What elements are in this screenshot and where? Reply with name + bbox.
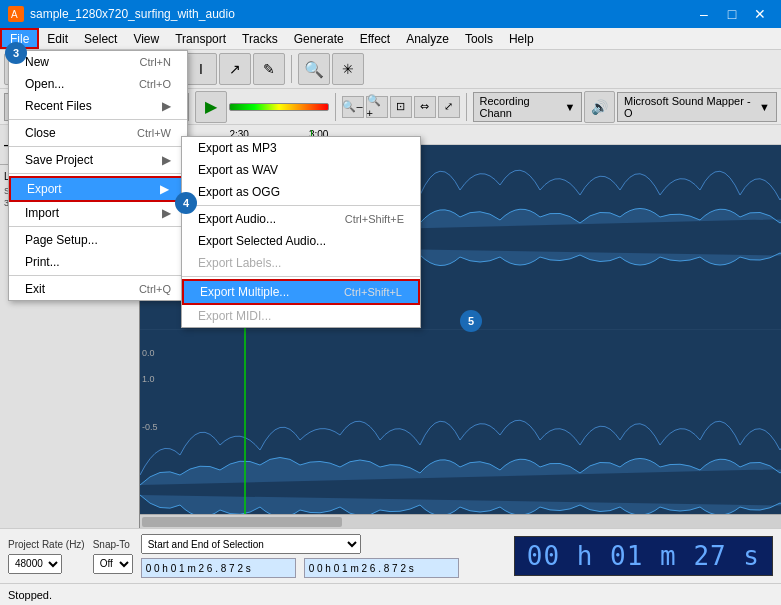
file-menu-dropdown: New Ctrl+N Open... Ctrl+O Recent Files ▶…: [8, 50, 188, 301]
output-device-label: Microsoft Sound Mapper - O: [624, 95, 755, 119]
menu-sep-3: [9, 173, 187, 174]
menu-edit[interactable]: Edit: [39, 28, 76, 49]
menu-item-open[interactable]: Open... Ctrl+O: [9, 73, 187, 95]
submenu-export-selected[interactable]: Export Selected Audio...: [182, 230, 420, 252]
play-green-button[interactable]: ▶: [195, 91, 227, 123]
menu-open-label: Open...: [25, 77, 64, 91]
zoom-in-tool[interactable]: 🔍: [298, 53, 330, 85]
snap-to-select[interactable]: Off On: [93, 554, 133, 574]
status-bar: Stopped.: [0, 583, 781, 605]
selection-start-input[interactable]: [141, 558, 296, 578]
project-rate-select[interactable]: 48000 44100 22050: [8, 554, 62, 574]
horizontal-scrollbar[interactable]: [140, 514, 781, 528]
minimize-button[interactable]: –: [691, 4, 717, 24]
submenu-export-audio[interactable]: Export Audio... Ctrl+Shift+E: [182, 208, 420, 230]
recording-channel-label: Recording Chann: [480, 95, 561, 119]
export-selected-label: Export Selected Audio...: [198, 234, 326, 248]
waveform-label-b-1-0: 0.0: [142, 348, 155, 358]
zoom-toggle-button[interactable]: ⇔: [414, 96, 436, 118]
star-tool[interactable]: ✳: [332, 53, 364, 85]
menu-item-save-project[interactable]: Save Project ▶: [9, 149, 187, 171]
export-labels-label: Export Labels...: [198, 256, 281, 270]
zoom-out-button[interactable]: 🔍–: [342, 96, 364, 118]
menu-item-page-setup[interactable]: Page Setup...: [9, 229, 187, 251]
menu-item-new[interactable]: New Ctrl+N: [9, 51, 187, 73]
menu-tools[interactable]: Tools: [457, 28, 501, 49]
close-button[interactable]: ✕: [747, 4, 773, 24]
step-5-indicator: 5: [460, 310, 482, 332]
menu-print-label: Print...: [25, 255, 60, 269]
menu-sep-5: [9, 275, 187, 276]
menu-sep-1: [9, 119, 187, 120]
svg-text:A: A: [11, 9, 18, 20]
export-audio-label: Export Audio...: [198, 212, 276, 226]
menu-generate[interactable]: Generate: [286, 28, 352, 49]
menu-view[interactable]: View: [125, 28, 167, 49]
toolbar-separator-5: [466, 93, 467, 121]
menu-item-close[interactable]: Close Ctrl+W: [9, 122, 187, 144]
svg-rect-4: [140, 330, 781, 515]
submenu-export-midi: Export MIDI...: [182, 305, 420, 327]
cursor-tool[interactable]: I: [185, 53, 217, 85]
project-rate-section: Project Rate (Hz) 48000 44100 22050: [8, 539, 85, 574]
menu-save-arrow: ▶: [162, 153, 171, 167]
submenu-sep-2: [182, 276, 420, 277]
output-device-dropdown[interactable]: Microsoft Sound Mapper - O ▼: [617, 92, 777, 122]
zoom-expand-button[interactable]: ⤢: [438, 96, 460, 118]
menu-new-label: New: [25, 55, 49, 69]
menu-item-export[interactable]: Export ▶: [9, 176, 187, 202]
menu-sep-2: [9, 146, 187, 147]
menu-exit-shortcut: Ctrl+Q: [139, 283, 171, 295]
selection-section: Start and End of Selection: [141, 534, 506, 578]
zoom-tool[interactable]: ✎: [253, 53, 285, 85]
submenu-export-ogg[interactable]: Export as OGG: [182, 181, 420, 203]
export-audio-shortcut: Ctrl+Shift+E: [345, 213, 404, 225]
snap-to-label: Snap-To: [93, 539, 133, 550]
snap-to-section: Snap-To Off On: [93, 539, 133, 574]
title-bar: A sample_1280x720_surfing_with_audio – □…: [0, 0, 781, 28]
maximize-button[interactable]: □: [719, 4, 745, 24]
menu-exit-label: Exit: [25, 282, 45, 296]
export-mp3-label: Export as MP3: [198, 141, 277, 155]
selection-end-input[interactable]: [304, 558, 459, 578]
output-dropdown-arrow-icon: ▼: [759, 101, 770, 113]
export-midi-label: Export MIDI...: [198, 309, 271, 323]
waveform-label-b-0-5: -0.5: [142, 422, 158, 432]
status-text: Stopped.: [8, 589, 52, 601]
menu-item-exit[interactable]: Exit Ctrl+Q: [9, 278, 187, 300]
zoom-in-button[interactable]: 🔍+: [366, 96, 388, 118]
menu-select[interactable]: Select: [76, 28, 125, 49]
submenu-export-wav[interactable]: Export as WAV: [182, 159, 420, 181]
menu-effect[interactable]: Effect: [352, 28, 398, 49]
zoom-fit-button[interactable]: ⊡: [390, 96, 412, 118]
window-title: sample_1280x720_surfing_with_audio: [30, 7, 691, 21]
selection-tool[interactable]: ↗: [219, 53, 251, 85]
menu-page-setup-label: Page Setup...: [25, 233, 98, 247]
menu-item-print[interactable]: Print...: [9, 251, 187, 273]
recording-channel-dropdown[interactable]: Recording Chann ▼: [473, 92, 583, 122]
speaker-icon[interactable]: 🔊: [584, 91, 615, 123]
menu-tracks[interactable]: Tracks: [234, 28, 286, 49]
selection-mode-select[interactable]: Start and End of Selection: [141, 534, 361, 554]
window-controls: – □ ✕: [691, 4, 773, 24]
scrollbar-thumb[interactable]: [142, 517, 342, 527]
menu-save-project-label: Save Project: [25, 153, 93, 167]
menu-help[interactable]: Help: [501, 28, 542, 49]
export-submenu: Export as MP3 Export as WAV Export as OG…: [181, 136, 421, 328]
level-meter: [229, 103, 329, 111]
menu-transport[interactable]: Transport: [167, 28, 234, 49]
menu-item-import[interactable]: Import ▶: [9, 202, 187, 224]
submenu-export-mp3[interactable]: Export as MP3: [182, 137, 420, 159]
menu-close-shortcut: Ctrl+W: [137, 127, 171, 139]
menu-analyze[interactable]: Analyze: [398, 28, 457, 49]
bottom-bar: Project Rate (Hz) 48000 44100 22050 Snap…: [0, 528, 781, 583]
menu-new-shortcut: Ctrl+N: [140, 56, 171, 68]
menu-recent-arrow: ▶: [162, 99, 171, 113]
menu-item-recent[interactable]: Recent Files ▶: [9, 95, 187, 117]
waveform-label-b-top-1: 1.0: [142, 374, 155, 384]
menu-sep-4: [9, 226, 187, 227]
menu-export-arrow: ▶: [160, 182, 169, 196]
export-multiple-shortcut: Ctrl+Shift+L: [344, 286, 402, 298]
submenu-export-multiple[interactable]: Export Multiple... Ctrl+Shift+L: [182, 279, 420, 305]
submenu-export-labels: Export Labels...: [182, 252, 420, 274]
